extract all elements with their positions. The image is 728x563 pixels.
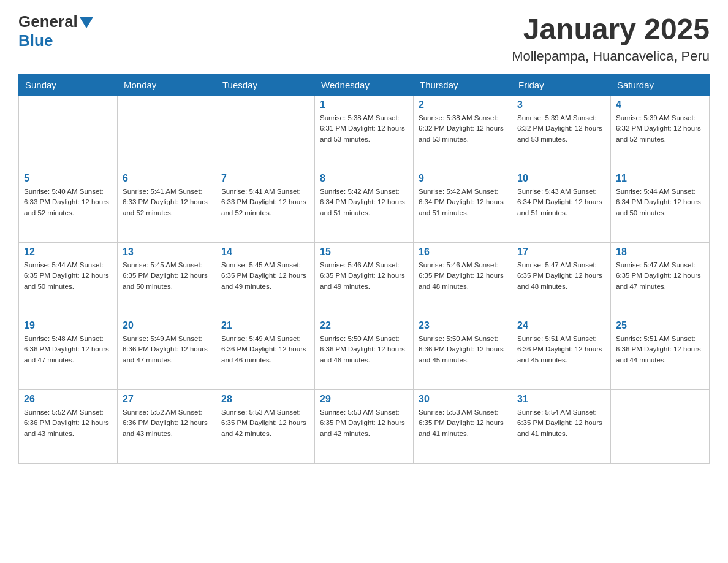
day-number: 6	[123, 173, 211, 184]
calendar-week-row: 5Sunrise: 5:40 AM Sunset: 6:33 PM Daylig…	[19, 169, 710, 243]
day-number: 1	[320, 99, 408, 110]
calendar-cell: 6Sunrise: 5:41 AM Sunset: 6:33 PM Daylig…	[118, 169, 216, 243]
day-info: Sunrise: 5:48 AM Sunset: 6:36 PM Dayligh…	[24, 334, 112, 366]
weekday-header-sunday: Sunday	[19, 75, 118, 96]
calendar-cell: 3Sunrise: 5:39 AM Sunset: 6:32 PM Daylig…	[512, 96, 611, 169]
calendar-cell	[118, 96, 216, 169]
calendar-cell	[611, 390, 710, 464]
day-number: 27	[123, 394, 211, 405]
calendar-week-row: 12Sunrise: 5:44 AM Sunset: 6:35 PM Dayli…	[19, 243, 710, 316]
day-number: 2	[419, 99, 507, 110]
calendar-cell: 30Sunrise: 5:53 AM Sunset: 6:35 PM Dayli…	[414, 390, 512, 464]
day-info: Sunrise: 5:45 AM Sunset: 6:35 PM Dayligh…	[221, 260, 309, 292]
weekday-header-friday: Friday	[512, 75, 611, 96]
calendar-cell: 1Sunrise: 5:38 AM Sunset: 6:31 PM Daylig…	[315, 96, 414, 169]
day-info: Sunrise: 5:43 AM Sunset: 6:34 PM Dayligh…	[517, 186, 605, 218]
day-number: 14	[221, 247, 309, 258]
calendar-cell: 18Sunrise: 5:47 AM Sunset: 6:35 PM Dayli…	[611, 243, 710, 316]
day-number: 23	[419, 320, 507, 331]
calendar-cell: 11Sunrise: 5:44 AM Sunset: 6:34 PM Dayli…	[611, 169, 710, 243]
day-number: 4	[616, 99, 704, 110]
calendar-week-row: 26Sunrise: 5:52 AM Sunset: 6:36 PM Dayli…	[19, 390, 710, 464]
day-number: 12	[24, 247, 112, 258]
day-info: Sunrise: 5:49 AM Sunset: 6:36 PM Dayligh…	[123, 334, 211, 366]
calendar-cell: 28Sunrise: 5:53 AM Sunset: 6:35 PM Dayli…	[216, 390, 315, 464]
calendar-cell: 31Sunrise: 5:54 AM Sunset: 6:35 PM Dayli…	[512, 390, 611, 464]
page-header: General Blue January 2025 Mollepampa, Hu…	[18, 12, 710, 64]
day-number: 3	[517, 99, 605, 110]
svg-marker-0	[80, 17, 93, 28]
day-info: Sunrise: 5:54 AM Sunset: 6:35 PM Dayligh…	[517, 407, 605, 439]
logo-triangle-icon	[80, 17, 93, 28]
calendar-cell: 26Sunrise: 5:52 AM Sunset: 6:36 PM Dayli…	[19, 390, 118, 464]
day-info: Sunrise: 5:53 AM Sunset: 6:35 PM Dayligh…	[419, 407, 507, 439]
calendar-cell: 10Sunrise: 5:43 AM Sunset: 6:34 PM Dayli…	[512, 169, 611, 243]
calendar-cell: 17Sunrise: 5:47 AM Sunset: 6:35 PM Dayli…	[512, 243, 611, 316]
calendar-cell: 20Sunrise: 5:49 AM Sunset: 6:36 PM Dayli…	[118, 316, 216, 390]
weekday-header-thursday: Thursday	[414, 75, 512, 96]
day-info: Sunrise: 5:53 AM Sunset: 6:35 PM Dayligh…	[221, 407, 309, 439]
calendar-cell: 24Sunrise: 5:51 AM Sunset: 6:36 PM Dayli…	[512, 316, 611, 390]
calendar-cell	[216, 96, 315, 169]
day-number: 7	[221, 173, 309, 184]
day-number: 24	[517, 320, 605, 331]
day-info: Sunrise: 5:45 AM Sunset: 6:35 PM Dayligh…	[123, 260, 211, 292]
calendar-cell: 8Sunrise: 5:42 AM Sunset: 6:34 PM Daylig…	[315, 169, 414, 243]
day-info: Sunrise: 5:50 AM Sunset: 6:36 PM Dayligh…	[419, 334, 507, 366]
calendar-header-row: SundayMondayTuesdayWednesdayThursdayFrid…	[19, 75, 710, 96]
calendar-cell: 12Sunrise: 5:44 AM Sunset: 6:35 PM Dayli…	[19, 243, 118, 316]
calendar-cell	[19, 96, 118, 169]
day-info: Sunrise: 5:53 AM Sunset: 6:35 PM Dayligh…	[320, 407, 408, 439]
day-info: Sunrise: 5:52 AM Sunset: 6:36 PM Dayligh…	[24, 407, 112, 439]
day-info: Sunrise: 5:38 AM Sunset: 6:31 PM Dayligh…	[320, 113, 408, 145]
day-info: Sunrise: 5:42 AM Sunset: 6:34 PM Dayligh…	[419, 186, 507, 218]
day-number: 5	[24, 173, 112, 184]
calendar-cell: 22Sunrise: 5:50 AM Sunset: 6:36 PM Dayli…	[315, 316, 414, 390]
weekday-header-saturday: Saturday	[611, 75, 710, 96]
day-info: Sunrise: 5:38 AM Sunset: 6:32 PM Dayligh…	[419, 113, 507, 145]
day-info: Sunrise: 5:47 AM Sunset: 6:35 PM Dayligh…	[517, 260, 605, 292]
calendar-cell: 27Sunrise: 5:52 AM Sunset: 6:36 PM Dayli…	[118, 390, 216, 464]
day-info: Sunrise: 5:50 AM Sunset: 6:36 PM Dayligh…	[320, 334, 408, 366]
calendar-cell: 21Sunrise: 5:49 AM Sunset: 6:36 PM Dayli…	[216, 316, 315, 390]
calendar-week-row: 1Sunrise: 5:38 AM Sunset: 6:31 PM Daylig…	[19, 96, 710, 169]
day-number: 13	[123, 247, 211, 258]
calendar-cell: 23Sunrise: 5:50 AM Sunset: 6:36 PM Dayli…	[414, 316, 512, 390]
day-info: Sunrise: 5:40 AM Sunset: 6:33 PM Dayligh…	[24, 186, 112, 218]
day-info: Sunrise: 5:44 AM Sunset: 6:35 PM Dayligh…	[24, 260, 112, 292]
day-info: Sunrise: 5:47 AM Sunset: 6:35 PM Dayligh…	[616, 260, 704, 292]
day-number: 8	[320, 173, 408, 184]
logo-blue: Blue	[18, 31, 53, 50]
calendar-cell: 5Sunrise: 5:40 AM Sunset: 6:33 PM Daylig…	[19, 169, 118, 243]
day-number: 30	[419, 394, 507, 405]
day-number: 19	[24, 320, 112, 331]
day-number: 15	[320, 247, 408, 258]
calendar-cell: 14Sunrise: 5:45 AM Sunset: 6:35 PM Dayli…	[216, 243, 315, 316]
day-info: Sunrise: 5:51 AM Sunset: 6:36 PM Dayligh…	[517, 334, 605, 366]
day-info: Sunrise: 5:39 AM Sunset: 6:32 PM Dayligh…	[517, 113, 605, 145]
calendar-cell: 7Sunrise: 5:41 AM Sunset: 6:33 PM Daylig…	[216, 169, 315, 243]
weekday-header-tuesday: Tuesday	[216, 75, 315, 96]
day-number: 26	[24, 394, 112, 405]
day-number: 9	[419, 173, 507, 184]
calendar-cell: 19Sunrise: 5:48 AM Sunset: 6:36 PM Dayli…	[19, 316, 118, 390]
day-number: 25	[616, 320, 704, 331]
calendar-table: SundayMondayTuesdayWednesdayThursdayFrid…	[18, 74, 710, 464]
logo-general: General	[18, 12, 78, 31]
day-number: 20	[123, 320, 211, 331]
day-info: Sunrise: 5:39 AM Sunset: 6:32 PM Dayligh…	[616, 113, 704, 145]
calendar-cell: 2Sunrise: 5:38 AM Sunset: 6:32 PM Daylig…	[414, 96, 512, 169]
day-number: 10	[517, 173, 605, 184]
day-info: Sunrise: 5:46 AM Sunset: 6:35 PM Dayligh…	[419, 260, 507, 292]
calendar-cell: 29Sunrise: 5:53 AM Sunset: 6:35 PM Dayli…	[315, 390, 414, 464]
day-number: 29	[320, 394, 408, 405]
day-info: Sunrise: 5:42 AM Sunset: 6:34 PM Dayligh…	[320, 186, 408, 218]
calendar-cell: 25Sunrise: 5:51 AM Sunset: 6:36 PM Dayli…	[611, 316, 710, 390]
day-number: 11	[616, 173, 704, 184]
day-info: Sunrise: 5:44 AM Sunset: 6:34 PM Dayligh…	[616, 186, 704, 218]
calendar-week-row: 19Sunrise: 5:48 AM Sunset: 6:36 PM Dayli…	[19, 316, 710, 390]
weekday-header-monday: Monday	[118, 75, 216, 96]
day-number: 17	[517, 247, 605, 258]
day-number: 22	[320, 320, 408, 331]
calendar-subtitle: Mollepampa, Huancavelica, Peru	[512, 48, 710, 64]
